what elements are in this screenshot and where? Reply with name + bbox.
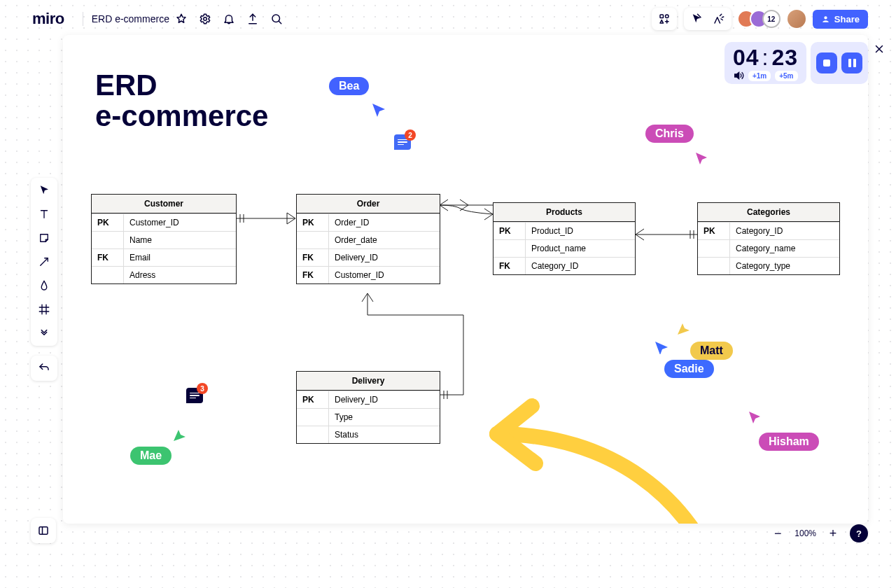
- avatar-overflow-count[interactable]: 12: [762, 10, 780, 28]
- cursor-label-mae: Mae: [130, 447, 172, 465]
- entity-key: [92, 267, 124, 284]
- search-icon[interactable]: [265, 7, 288, 31]
- entity-row[interactable]: PKDelivery_ID: [297, 391, 440, 408]
- comment-thread[interactable]: 2: [394, 134, 411, 150]
- entity-row[interactable]: Product_name: [493, 239, 635, 257]
- entity-row[interactable]: Adress: [92, 266, 236, 284]
- entity-field: Adress: [124, 267, 236, 284]
- entity-row[interactable]: PKCategory_ID: [698, 222, 839, 239]
- my-avatar[interactable]: [788, 10, 806, 28]
- cursor-bea-icon: [371, 102, 386, 118]
- apps-icon[interactable]: [653, 8, 676, 30]
- entity-key: [297, 232, 329, 248]
- reactions-icon[interactable]: [708, 8, 730, 30]
- cursor-label-chris: Chris: [645, 125, 694, 143]
- entity-key: PK: [297, 391, 329, 408]
- entity-key: PK: [92, 214, 124, 231]
- entity-key: FK: [297, 267, 329, 284]
- timer-controls: [811, 42, 868, 84]
- entity-field: Category_name: [730, 240, 839, 257]
- entity-row[interactable]: Category_type: [698, 257, 839, 274]
- entity-row[interactable]: FKCustomer_ID: [297, 266, 440, 284]
- cursor-label-sadie: Sadie: [664, 360, 714, 378]
- timer-pause-button[interactable]: [841, 52, 862, 74]
- entity-field: Customer_ID: [124, 214, 236, 231]
- zoom-level[interactable]: 100%: [794, 528, 816, 538]
- entity-row[interactable]: Name: [92, 231, 236, 248]
- entity-row[interactable]: PKProduct_ID: [493, 222, 635, 239]
- collaborator-avatars[interactable]: 12: [737, 10, 780, 28]
- select-tool[interactable]: [34, 181, 55, 200]
- comment-thread[interactable]: 3: [186, 388, 203, 403]
- entity-order[interactable]: OrderPKOrder_IDOrder_dateFKDelivery_IDFK…: [296, 194, 440, 284]
- export-icon[interactable]: [241, 7, 265, 31]
- text-tool[interactable]: [34, 204, 55, 224]
- entity-row[interactable]: Category_name: [698, 239, 839, 257]
- sidebar-toggle[interactable]: [31, 518, 56, 543]
- entity-products[interactable]: ProductsPKProduct_IDProduct_nameFKCatego…: [493, 202, 636, 275]
- pen-tool[interactable]: [34, 276, 55, 295]
- entity-field: Order_ID: [329, 214, 440, 231]
- undo-button[interactable]: [31, 356, 57, 381]
- entity-title: Customer: [92, 195, 236, 214]
- apps-button[interactable]: [652, 8, 677, 30]
- entity-field: Delivery_ID: [329, 249, 440, 266]
- entity-field: Status: [329, 426, 440, 443]
- entity-delivery[interactable]: DeliveryPKDelivery_IDTypeStatus: [296, 371, 440, 444]
- entity-row[interactable]: Status: [297, 426, 440, 443]
- entity-key: FK: [297, 249, 329, 266]
- notifications-icon[interactable]: [217, 7, 241, 31]
- entity-field: Customer_ID: [329, 267, 440, 284]
- entity-key: PK: [493, 223, 526, 239]
- svg-rect-4: [39, 527, 48, 535]
- timer-minutes: 04: [733, 45, 760, 70]
- entity-key: PK: [297, 214, 329, 231]
- cursor-label-bea: Bea: [329, 77, 369, 95]
- cursor-matt-icon: [676, 322, 690, 336]
- entity-row[interactable]: Order_date: [297, 231, 440, 248]
- entity-row[interactable]: PKOrder_ID: [297, 214, 440, 231]
- entity-field: Delivery_ID: [329, 391, 440, 408]
- zoom-in-button[interactable]: +: [823, 524, 843, 543]
- canvas[interactable]: ERDe-commerce CustomerPKCustomer_IDNameF…: [63, 35, 868, 524]
- cursor-mae-icon: [172, 428, 186, 442]
- timer-stop-button[interactable]: [816, 52, 837, 74]
- more-tools[interactable]: [34, 323, 55, 343]
- svg-point-3: [665, 15, 668, 18]
- timer-display[interactable]: 04:23 +1m +5m: [724, 42, 806, 84]
- settings-icon[interactable]: [193, 7, 217, 31]
- entity-categories[interactable]: CategoriesPKCategory_IDCategory_nameCate…: [697, 202, 840, 275]
- frame-tool[interactable]: [34, 300, 55, 319]
- entity-field: Order_date: [329, 232, 440, 248]
- timer-seconds: 23: [771, 45, 798, 70]
- help-button[interactable]: ?: [850, 524, 868, 542]
- line-arrow-tool[interactable]: [34, 252, 55, 272]
- entity-row[interactable]: FKDelivery_ID: [297, 248, 440, 266]
- entity-row[interactable]: FKEmail: [92, 248, 236, 266]
- share-label: Share: [834, 14, 860, 24]
- zoom-out-button[interactable]: −: [768, 524, 788, 543]
- person-add-icon: [821, 15, 830, 24]
- timer-add-5m[interactable]: +5m: [775, 71, 797, 81]
- sound-icon[interactable]: [733, 70, 744, 81]
- entity-row[interactable]: PKCustomer_ID: [92, 214, 236, 231]
- share-button[interactable]: Share: [813, 10, 868, 29]
- timer-add-1m[interactable]: +1m: [748, 71, 771, 81]
- star-icon[interactable]: [169, 7, 193, 31]
- entity-customer[interactable]: CustomerPKCustomer_IDNameFKEmailAdress: [91, 194, 237, 284]
- pointer-hide-icon[interactable]: [685, 8, 708, 30]
- separator: [83, 12, 83, 26]
- tool-rail: [31, 178, 57, 346]
- entity-key: PK: [698, 223, 730, 239]
- presentation-controls: [684, 8, 732, 30]
- entity-row[interactable]: FKCategory_ID: [493, 257, 635, 274]
- entity-row[interactable]: Type: [297, 408, 440, 426]
- close-icon[interactable]: [872, 42, 886, 56]
- entity-key: [698, 258, 730, 274]
- sticky-note-tool[interactable]: [34, 228, 55, 248]
- entity-key: [698, 240, 730, 257]
- board-title[interactable]: ERD e-commerce: [92, 13, 169, 24]
- logo[interactable]: miro: [32, 10, 64, 28]
- entity-key: FK: [493, 258, 526, 274]
- entity-key: [493, 240, 526, 257]
